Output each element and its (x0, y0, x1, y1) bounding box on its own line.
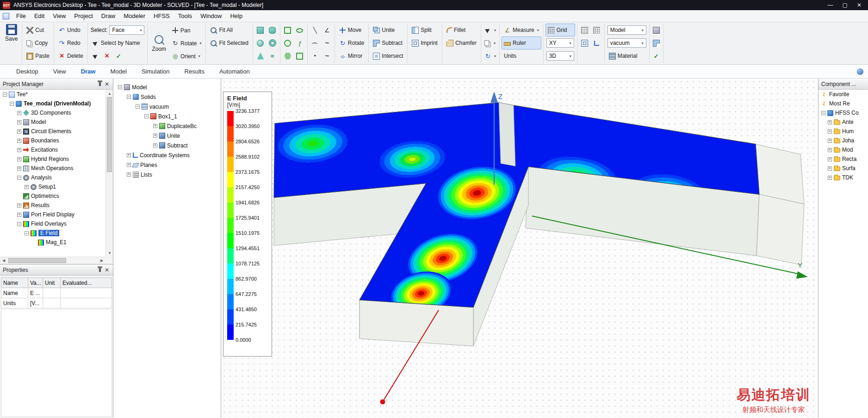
subtract-button[interactable]: Subtract (371, 37, 405, 49)
draw-region-button[interactable] (295, 49, 304, 62)
expander-icon[interactable] (153, 134, 157, 138)
horizontal-scrollbar[interactable]: ◀ ▶ (0, 257, 105, 264)
tree-row-hfss-components[interactable]: HFSS Co (818, 108, 868, 117)
menu-hfss[interactable]: HFSS (149, 11, 174, 21)
column-header-value[interactable]: Va... (28, 278, 43, 288)
expander-icon[interactable] (3, 92, 7, 97)
zoom-button[interactable]: Zoom (149, 34, 168, 53)
draw-sweep-button[interactable] (322, 49, 332, 62)
select-all-button[interactable] (114, 49, 124, 62)
draw-ellipse-button[interactable] (295, 24, 304, 37)
tree-row-project[interactable]: Tee* (0, 90, 105, 99)
tree-row-circuit-elements[interactable]: Circuit Elements (0, 127, 105, 136)
expander-icon[interactable] (153, 124, 157, 128)
expander-icon[interactable] (17, 203, 21, 208)
modeler-viewport[interactable]: E Field [V/m] 3236.1377 3020.3950 2804.6… (221, 79, 818, 418)
boundary-display-button[interactable] (651, 37, 661, 49)
expander-icon[interactable] (25, 231, 29, 235)
grid-button[interactable]: Grid (546, 24, 575, 37)
tree-row-favorites[interactable]: Favorite (818, 90, 868, 99)
expander-icon[interactable] (828, 157, 832, 161)
close-icon[interactable]: ✕ (104, 81, 110, 87)
column-header-name[interactable]: Name (1, 278, 28, 288)
expander-icon[interactable] (17, 222, 21, 226)
menu-tools[interactable]: Tools (174, 11, 196, 21)
intersect-button[interactable]: Intersect (371, 49, 405, 62)
tree-row-field-overlays[interactable]: Field Overlays (0, 219, 105, 228)
property-row[interactable]: Units [V... (1, 298, 112, 308)
tree-row-recta[interactable]: Recta (818, 154, 868, 164)
column-header-evaluated[interactable]: Evaluated... (61, 278, 112, 288)
tree-row-hybrid-regions[interactable]: Hybrid Regions (0, 154, 105, 164)
expander-icon[interactable] (821, 111, 825, 115)
expander-icon[interactable] (828, 176, 832, 180)
expander-icon[interactable] (828, 166, 832, 171)
draw-cylinder-button[interactable] (267, 24, 277, 37)
expander-icon[interactable] (144, 114, 149, 118)
imprint-button[interactable]: Imprint (409, 37, 440, 49)
cell-unit[interactable] (43, 288, 61, 298)
expander-icon[interactable] (17, 157, 21, 161)
tree-row-excitations[interactable]: Excitations (0, 145, 105, 154)
expander-icon[interactable] (17, 166, 21, 171)
expander-icon[interactable] (17, 139, 21, 143)
tab-model[interactable]: Model (104, 66, 132, 77)
expander-icon[interactable] (17, 176, 21, 180)
draw-spline-button[interactable] (322, 37, 332, 49)
tree-row-mesh-operations[interactable]: Mesh Operations (0, 164, 105, 173)
tree-row-most-recent[interactable]: Most Re (818, 99, 868, 108)
tree-row-setup1[interactable]: Setup1 (0, 182, 105, 191)
scroll-down-arrow[interactable]: ▼ (106, 249, 113, 257)
menu-help[interactable]: Help (226, 11, 247, 21)
scroll-up-arrow[interactable]: ▲ (106, 90, 113, 97)
close-button[interactable]: ✕ (857, 2, 862, 8)
expander-icon[interactable] (127, 95, 131, 99)
cut-button[interactable]: Cut (24, 24, 52, 37)
vertical-scrollbar[interactable]: ▲ ▼ (105, 90, 113, 257)
expander-icon[interactable] (127, 153, 131, 157)
snap-button[interactable] (580, 37, 589, 49)
fit-selected-button[interactable]: Fit Selected (208, 37, 250, 49)
chamfer-button[interactable]: Chamfer (444, 37, 479, 49)
draw-equation-curve-button[interactable] (295, 37, 304, 49)
draw-helix-button[interactable] (267, 49, 277, 62)
scrollbar-thumb[interactable] (107, 97, 112, 172)
sweep-tool-button[interactable]: ▾ (483, 49, 497, 62)
move-button[interactable]: Move (337, 24, 366, 37)
draw-line-button[interactable] (310, 24, 320, 37)
material-button[interactable]: Material (607, 49, 647, 62)
cell-value[interactable]: [V... (28, 298, 43, 308)
tree-row-mod[interactable]: Mod (818, 145, 868, 154)
menu-draw[interactable]: Draw (97, 11, 119, 21)
mirror-button[interactable]: Mirror (337, 49, 366, 62)
model-dropdown[interactable]: Model▾ (608, 25, 646, 35)
tab-draw[interactable]: Draw (75, 66, 102, 77)
expander-icon[interactable] (127, 163, 131, 167)
ruler-button[interactable]: Ruler (502, 37, 541, 49)
draw-circle-button[interactable] (283, 37, 292, 49)
pan-button[interactable]: Pan (169, 24, 204, 37)
menu-edit[interactable]: Edit (30, 11, 49, 21)
validate-button[interactable] (651, 49, 661, 62)
tree-row-optimetrics[interactable]: Optimetrics (0, 191, 105, 201)
pin-icon[interactable] (99, 268, 101, 272)
menu-project[interactable]: Project (70, 11, 97, 21)
tree-row-boundaries[interactable]: Boundaries (0, 136, 105, 145)
redo-button[interactable]: Redo (56, 37, 86, 49)
tree-row-solids[interactable]: Solids (113, 92, 221, 102)
select-mode-dropdown[interactable]: Face ▾ (109, 25, 144, 35)
arrow-tool-button[interactable]: ▾ (483, 24, 497, 37)
expander-icon[interactable] (10, 102, 14, 106)
split-button[interactable]: Split (409, 24, 440, 37)
measure-button[interactable]: Measure▾ (502, 24, 541, 37)
menu-modeler[interactable]: Modeler (119, 11, 149, 21)
draw-polygon-button[interactable] (283, 49, 292, 62)
cell-value[interactable]: E ... (28, 288, 43, 298)
draw-torus-button[interactable] (268, 37, 277, 49)
draw-cone-button[interactable] (255, 49, 265, 62)
menu-view[interactable]: View (49, 11, 70, 21)
expander-icon[interactable] (828, 148, 832, 152)
copy-button[interactable]: Copy (24, 37, 52, 49)
select-by-name-button[interactable]: Select by Name (90, 37, 146, 49)
pin-icon[interactable] (99, 82, 101, 86)
